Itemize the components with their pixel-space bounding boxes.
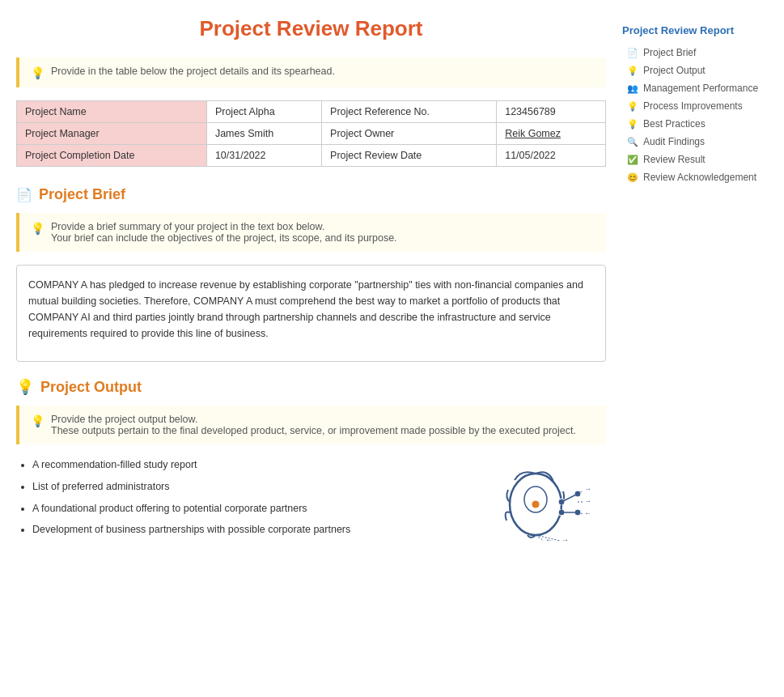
table-cell: Project Manager — [17, 123, 207, 145]
sidebar-label: Project Output — [643, 65, 706, 76]
table-cell: Project Owner — [322, 123, 497, 145]
sidebar-item-review-acknowledgement[interactable]: 😊Review Acknowledgement — [622, 169, 768, 185]
bulb-icon-output-info: 💡 — [31, 414, 44, 427]
sidebar-item-review-result[interactable]: ✅Review Result — [622, 151, 768, 168]
table-cell: Project Reference No. — [322, 101, 497, 123]
table-cell: 123456789 — [497, 101, 606, 123]
table-cell: 11/05/2022 — [497, 145, 606, 167]
table-cell: Reik Gomez — [497, 123, 606, 145]
info-box-output: 💡 Provide the project output below. Thes… — [16, 406, 606, 444]
output-bullet-list: A recommendation-filled study reportList… — [16, 457, 477, 544]
sidebar-label: Best Practices — [643, 118, 706, 130]
sidebar: Project Review Report 📄Project Brief💡Pro… — [622, 16, 768, 555]
sidebar-label: Audit Findings — [643, 136, 705, 147]
list-item: A foundational product offering to poten… — [32, 501, 477, 516]
sidebar-label: Process Improvements — [643, 100, 743, 112]
sidebar-icon: 🔍 — [627, 137, 638, 147]
sidebar-label: Project Brief — [643, 47, 696, 58]
table-cell: Project Review Date — [322, 145, 497, 167]
table-cell: Project Name — [17, 101, 207, 123]
sidebar-icon: 📄 — [627, 48, 638, 58]
bulb-icon-output: 💡 — [16, 378, 34, 396]
table-cell: James Smith — [206, 123, 321, 145]
list-item: A recommendation-filled study report — [32, 457, 477, 473]
svg-text:←: ← — [584, 509, 591, 517]
page-title: Project Review Report — [16, 16, 606, 41]
info-text-brief: Provide a brief summary of your project … — [51, 221, 397, 244]
sidebar-label: Management Performance — [643, 83, 758, 94]
bulb-icon-brief: 💡 — [31, 222, 44, 235]
info-text-output: Provide the project output below. These … — [51, 414, 576, 436]
table-cell: 10/31/2022 — [206, 145, 321, 167]
list-item: Development of business partnerships wit… — [32, 522, 477, 538]
svg-text:←: ← — [545, 536, 553, 544]
sidebar-item-management-performance[interactable]: 👥Management Performance — [622, 80, 768, 96]
svg-point-2 — [532, 500, 540, 508]
svg-text:→: → — [584, 485, 591, 493]
sidebar-icon: 💡 — [627, 66, 638, 76]
section-brief-title: Project Brief — [39, 186, 125, 203]
sidebar-title: Project Review Report — [622, 24, 768, 36]
table-cell: Project Alpha — [206, 101, 321, 123]
table-cell: Project Completion Date — [17, 145, 207, 167]
project-table: Project NameProject AlphaProject Referen… — [16, 100, 606, 167]
list-item: List of preferred administrators — [32, 479, 477, 495]
main-content: Project Review Report 💡 Provide in the t… — [16, 16, 622, 555]
output-bullet-section: A recommendation-filled study reportList… — [16, 457, 606, 546]
section-output-title: Project Output — [40, 379, 142, 396]
bulb-icon-1: 💡 — [31, 66, 44, 79]
sidebar-item-project-output[interactable]: 💡Project Output — [622, 62, 768, 79]
sidebar-icon: 😊 — [627, 172, 638, 183]
info-box-brief: 💡 Provide a brief summary of your projec… — [16, 213, 606, 252]
info-text-1: Provide in the table below the project d… — [51, 66, 335, 77]
sidebar-label: Review Result — [643, 154, 706, 165]
brain-graphic: → → ← ← → — [493, 457, 606, 546]
sidebar-icon: 💡 — [627, 119, 638, 130]
sidebar-item-audit-findings[interactable]: 🔍Audit Findings — [622, 134, 768, 150]
section-brief-heading: 📄 Project Brief — [16, 186, 606, 203]
sidebar-item-process-improvements[interactable]: 💡Process Improvements — [622, 98, 768, 114]
svg-text:→: → — [562, 536, 569, 544]
sidebar-icon: 💡 — [627, 101, 638, 112]
brief-text-box[interactable]: COMPANY A has pledged to increase revenu… — [16, 265, 606, 362]
sidebar-icon: 👥 — [627, 83, 638, 94]
section-output-heading: 💡 Project Output — [16, 378, 606, 396]
sidebar-item-best-practices[interactable]: 💡Best Practices — [622, 116, 768, 132]
info-box-1: 💡 Provide in the table below the project… — [16, 57, 606, 87]
svg-text:→: → — [584, 497, 591, 505]
doc-icon: 📄 — [16, 187, 32, 202]
sidebar-icon: ✅ — [627, 155, 638, 165]
sidebar-item-project-brief[interactable]: 📄Project Brief — [622, 45, 768, 61]
sidebar-label: Review Acknowledgement — [643, 172, 756, 183]
